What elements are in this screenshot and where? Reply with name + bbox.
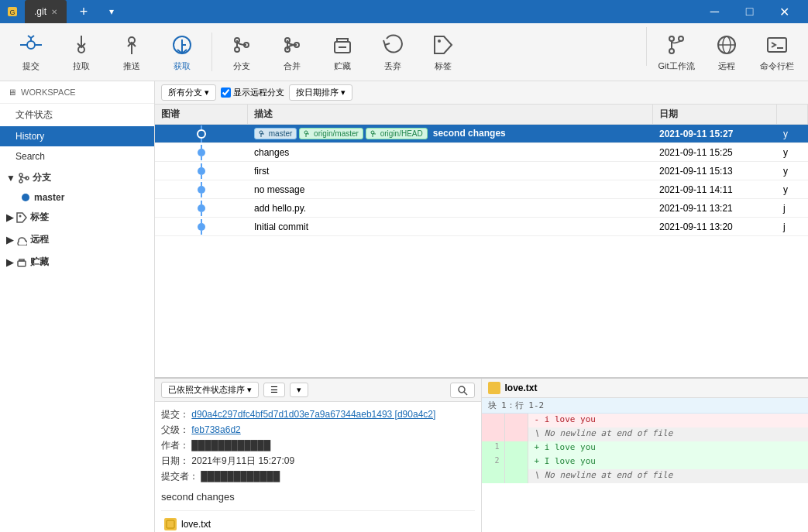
svg-point-25: [438, 39, 441, 43]
commit-file-item[interactable]: love.txt: [161, 516, 475, 532]
tags-label: 标签: [30, 211, 49, 224]
filestatus-label: 文件状态: [15, 108, 53, 122]
toolbar-remote-btn[interactable]: 远程: [703, 27, 750, 77]
parent-hash-link[interactable]: feb738a6d2: [191, 424, 240, 435]
diff-line-meta-2: \ No newline at end of file: [482, 469, 809, 483]
stash-label: 贮藏: [334, 60, 351, 72]
branch-icon: [229, 33, 254, 57]
sidebar-item-history[interactable]: History: [0, 126, 154, 146]
history-row[interactable]: add hello.py. 2021-09-11 13:21 j: [155, 199, 808, 218]
file-modified-icon: [164, 518, 177, 530]
tab-dropdown-btn[interactable]: ▾: [101, 1, 122, 22]
parent-row: 父级： feb738a6d2: [161, 424, 475, 437]
push-label: 推送: [123, 60, 140, 72]
desc-cell-2: changes: [248, 145, 653, 160]
history-row[interactable]: master origin/master origin/HEAD second …: [155, 125, 808, 143]
sidebar-branch-master[interactable]: master: [0, 189, 154, 206]
toolbar-discard-btn[interactable]: 丢弃: [370, 27, 416, 77]
toolbar-merge-btn[interactable]: 合并: [269, 27, 315, 77]
tag-sidebar-icon: [16, 212, 27, 223]
diff-file-name: love.txt: [505, 383, 538, 393]
discard-icon: [380, 33, 405, 57]
sidebar-item-filestatus[interactable]: 文件状态: [0, 104, 154, 126]
svg-point-28: [669, 49, 674, 53]
commit-hash-link[interactable]: d90a4c297dfc4bf5d7d1d03e7a9a67344aeb1493…: [191, 409, 435, 420]
toolbar-commit-btn[interactable]: 提交: [8, 27, 54, 77]
search-files-btn[interactable]: [450, 383, 475, 398]
commit-detail-body: 提交： d90a4c297dfc4bf5d7d1d03e7a9a67344aeb…: [155, 402, 481, 532]
show-remote-checkbox[interactable]: [221, 88, 231, 98]
push-icon: [119, 33, 144, 57]
line-content-remove-1: - i love you: [528, 414, 809, 427]
svg-line-7: [31, 36, 34, 38]
toolbar-terminal-btn[interactable]: 命令行栏: [754, 27, 800, 77]
toolbar: 提交 拉取 推送: [0, 23, 808, 81]
hunk-header-text: 块 1：行 1-2: [488, 400, 545, 410]
line-num-add-1: 1: [482, 441, 505, 455]
list-toggle-btn[interactable]: ▾: [290, 383, 308, 397]
main-layout: 🖥 WORKSPACE 文件状态 History Search ▼ 分支: [0, 81, 808, 532]
filter-bar: 所有分支 ▾ 显示远程分支 按日期排序 ▾: [155, 81, 808, 105]
history-row[interactable]: Initial commit 2021-09-11 13:20 j: [155, 218, 808, 236]
author-cell-2: y: [777, 145, 808, 160]
history-row[interactable]: first 2021-09-11 15:13 y: [155, 162, 808, 180]
files-sort-label: 已依照文件状态排序: [168, 384, 245, 396]
date-label: 日期：: [161, 455, 189, 466]
date-cell-3: 2021-09-11 15:13: [653, 163, 777, 179]
toolbar-tag-btn[interactable]: 标签: [420, 27, 466, 77]
close-btn[interactable]: ✕: [767, 0, 802, 23]
branch-filter-chevron: ▾: [205, 88, 209, 98]
date-row: 日期： 2021年9月11日 15:27:09: [161, 455, 475, 468]
tag-label: 标签: [435, 60, 452, 72]
tag-icon: [431, 33, 456, 57]
files-sort-dropdown[interactable]: 已依照文件状态排序 ▾: [161, 382, 259, 398]
search-icon: [457, 385, 468, 396]
date-cell-4: 2021-09-11 14:11: [653, 182, 777, 197]
toolbar-gitflow-btn[interactable]: Git工作流: [653, 27, 700, 77]
remotes-group-header[interactable]: ▶ 远程: [0, 228, 154, 251]
sidebar-item-search[interactable]: Search: [0, 146, 154, 166]
tags-group-header[interactable]: ▶ 标签: [0, 206, 154, 228]
terminal-icon: [765, 33, 789, 57]
toolbar-push-btn[interactable]: 推送: [108, 27, 155, 77]
toolbar-fetch-btn[interactable]: 获取: [159, 27, 205, 77]
workspace-text: WORKSPACE: [21, 88, 76, 97]
commit-files-section: love.txt: [161, 510, 475, 532]
meta-content-1: \ No newline at end of file: [528, 427, 809, 441]
history-row[interactable]: no message 2021-09-11 14:11 y: [155, 180, 808, 199]
history-row[interactable]: changes 2021-09-11 15:25 y: [155, 143, 808, 162]
diff-line-meta-1: \ No newline at end of file: [482, 427, 809, 441]
svg-line-49: [464, 392, 467, 395]
line-num-meta-2: [482, 469, 505, 483]
toolbar-pull-btn[interactable]: 拉取: [58, 27, 105, 77]
toolbar-branch-btn[interactable]: 分支: [218, 27, 265, 77]
commit-label: 提交：: [161, 409, 189, 420]
diff-file-icon: [488, 382, 500, 394]
title-tab[interactable]: .git ✕: [25, 0, 67, 23]
header-graph: 图谱: [155, 105, 248, 124]
toolbar-stash-btn[interactable]: 贮藏: [319, 27, 366, 77]
sort-dropdown[interactable]: 按日期排序 ▾: [289, 84, 352, 101]
new-tab-button[interactable]: +: [73, 1, 95, 22]
svg-rect-40: [18, 261, 26, 266]
list-view-btn[interactable]: ☰: [263, 383, 285, 397]
tab-close-btn[interactable]: ✕: [51, 8, 57, 16]
date-cell-2: 2021-09-11 15:25: [653, 145, 777, 160]
content-area: 所有分支 ▾ 显示远程分支 按日期排序 ▾ 图谱 描述 日期: [155, 81, 808, 532]
desc-cell-3: first: [248, 163, 653, 179]
maximize-btn[interactable]: □: [732, 0, 767, 23]
graph-cell-2: [155, 145, 248, 160]
minimize-btn[interactable]: ─: [697, 0, 732, 23]
merge-icon: [280, 33, 304, 57]
bottom-split: 已依照文件状态排序 ▾ ☰ ▾ 提交：: [155, 377, 808, 532]
branch-filter-dropdown[interactable]: 所有分支 ▾: [161, 84, 216, 101]
svg-point-26: [669, 36, 674, 41]
branches-group-header[interactable]: ▼ 分支: [0, 166, 154, 189]
stashes-group-header[interactable]: ▶ 贮藏: [0, 251, 154, 273]
show-remote-checkbox-label[interactable]: 显示远程分支: [221, 87, 284, 98]
author-value: ████████████: [191, 440, 270, 451]
stashes-label: 贮藏: [30, 256, 49, 269]
svg-rect-41: [19, 259, 24, 261]
tag-origin-head: origin/HEAD: [366, 128, 428, 139]
desc-cell-4: no message: [248, 182, 653, 197]
